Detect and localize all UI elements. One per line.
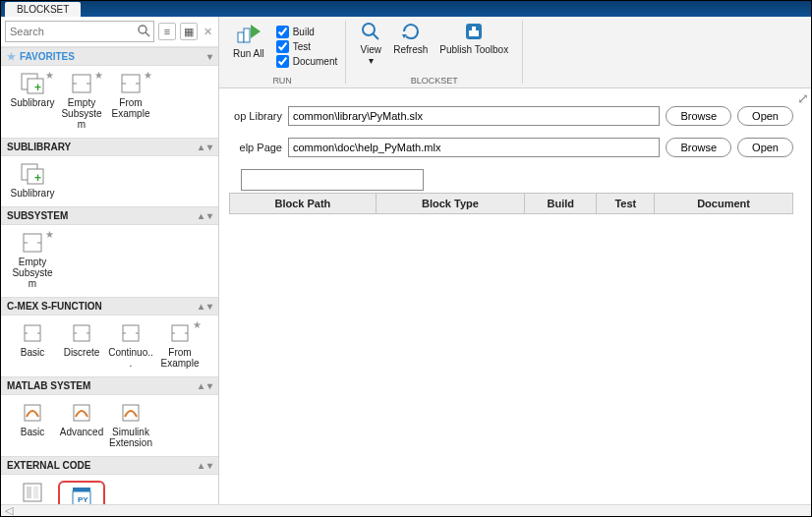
col-block-type[interactable]: Block Type (376, 194, 524, 214)
col-document[interactable]: Document (655, 194, 793, 214)
star-icon: ★ (193, 319, 202, 330)
fav-sublibrary[interactable]: ★ + Sublibrary (9, 72, 56, 130)
blocks-table: Block Path Block Type Build Test Documen… (229, 193, 793, 214)
svg-rect-1 (244, 29, 250, 42)
sfunction-builder[interactable]: S-Function Builder (9, 481, 56, 504)
star-icon: ★ (144, 70, 152, 81)
open-top-library[interactable]: Open (737, 106, 793, 126)
close-gallery-button[interactable]: ✕ (202, 26, 214, 38)
svg-rect-41 (24, 484, 41, 501)
col-build[interactable]: Build (525, 194, 597, 214)
status-bar: ◁ (1, 504, 811, 516)
star-icon: ★ (45, 229, 54, 240)
col-test[interactable]: Test (597, 194, 655, 214)
python-importer[interactable]: PY Python Importer (58, 481, 105, 504)
section-cmex[interactable]: C-MEX S-FUNCTION▴▾ (1, 297, 218, 316)
list-view-button[interactable]: ≡ (158, 23, 176, 40)
svg-rect-42 (27, 487, 31, 498)
ml-basic[interactable]: Basic (9, 401, 56, 448)
svg-text:PY: PY (78, 495, 88, 504)
ribbon-group-blockset: View▾ Refresh Publish Toolbox BLOCKSET (346, 17, 522, 87)
svg-rect-7 (469, 30, 479, 36)
svg-rect-43 (33, 487, 38, 498)
svg-rect-8 (472, 27, 476, 30)
svg-line-10 (145, 32, 149, 36)
filter-box (241, 169, 793, 191)
svg-point-9 (139, 26, 146, 33)
section-sublibrary[interactable]: SUBLIBRARY▴▾ (1, 138, 218, 156)
expand-icon[interactable]: ⤢ (797, 90, 809, 106)
build-checkbox[interactable]: Build (276, 26, 338, 38)
svg-text:+: + (34, 81, 41, 94)
section-favorites[interactable]: ★ FAVORITES▾ (1, 47, 218, 66)
help-page-label: elp Page (219, 142, 282, 153)
fav-from-example[interactable]: ★ From Example (107, 72, 154, 130)
help-page-input[interactable] (288, 138, 660, 157)
section-external-code[interactable]: EXTERNAL CODE▴▾ (1, 456, 218, 475)
fav-empty-subsystem[interactable]: ★ Empty Subsystem (58, 72, 105, 130)
grid-view-button[interactable]: ▦ (180, 23, 198, 40)
back-icon[interactable]: ◁ (5, 504, 13, 517)
title-bar: BLOCKSET (1, 1, 811, 17)
svg-rect-39 (74, 405, 89, 421)
refresh-button[interactable]: Refresh (387, 19, 434, 75)
svg-marker-2 (251, 25, 261, 38)
svg-rect-40 (123, 405, 139, 421)
publish-toolbox-button[interactable]: Publish Toolbox (434, 19, 514, 75)
ribbon-label-blockset: BLOCKSET (354, 75, 514, 87)
top-library-label: op Library (219, 110, 282, 122)
star-icon: ★ (45, 70, 54, 81)
search-input[interactable] (5, 21, 154, 42)
cmex-continuous[interactable]: Continuo... (107, 321, 154, 369)
section-matlab-system[interactable]: MATLAB SYSTEM▴▾ (1, 376, 218, 395)
search-icon (137, 24, 150, 37)
ribbon-label-run: RUN (227, 75, 337, 87)
ribbon-group-run: Run All Build Test Document RUN (219, 17, 345, 87)
browse-top-library[interactable]: Browse (666, 106, 731, 126)
view-button[interactable]: View▾ (354, 19, 387, 75)
ml-simulink-extension[interactable]: Simulink Extension (107, 401, 154, 448)
svg-text:+: + (34, 171, 41, 185)
run-all-button[interactable]: Run All (227, 19, 270, 75)
open-help-page[interactable]: Open (737, 138, 793, 157)
search-row: ≡ ▦ ✕ (1, 17, 218, 47)
chevron-down-icon[interactable]: ▾ (207, 51, 212, 62)
search-input-wrap (5, 21, 154, 42)
star-icon: ★ (7, 51, 16, 62)
main-panel: ⤢ op Library Browse Open elp Page Browse… (219, 88, 811, 504)
document-checkbox[interactable]: Document (276, 55, 338, 68)
cmex-from-example[interactable]: ★ From Example (156, 321, 203, 369)
svg-rect-45 (73, 488, 90, 491)
svg-rect-0 (238, 32, 244, 42)
cmex-discrete[interactable]: Discrete (58, 321, 105, 369)
star-icon: ★ (94, 70, 103, 81)
svg-rect-38 (25, 405, 40, 421)
cmex-basic[interactable]: Basic (9, 321, 56, 369)
ml-advanced[interactable]: Advanced (58, 401, 105, 448)
section-subsystem[interactable]: SUBSYSTEM▴▾ (1, 206, 218, 225)
test-checkbox[interactable]: Test (276, 40, 338, 53)
help-page-row: elp Page Browse Open (219, 138, 793, 157)
col-block-path[interactable]: Block Path (230, 194, 377, 214)
browse-help-page[interactable]: Browse (666, 138, 731, 157)
filter-input[interactable] (241, 169, 424, 191)
ribbon: Run All Build Test Document RUN View▾ R (219, 17, 811, 87)
svg-line-4 (373, 33, 378, 39)
top-library-row: op Library Browse Open (219, 106, 793, 126)
sublibrary-item[interactable]: + Sublibrary (9, 162, 56, 199)
ribbon-tab-blockset[interactable]: BLOCKSET (5, 2, 81, 17)
empty-subsystem-item[interactable]: ★ Empty Subsystem (9, 231, 56, 289)
top-library-input[interactable] (288, 106, 660, 126)
gallery-panel: ≡ ▦ ✕ ★ FAVORITES▾ ★ + Sublibrary ★ Empt… (1, 17, 219, 504)
